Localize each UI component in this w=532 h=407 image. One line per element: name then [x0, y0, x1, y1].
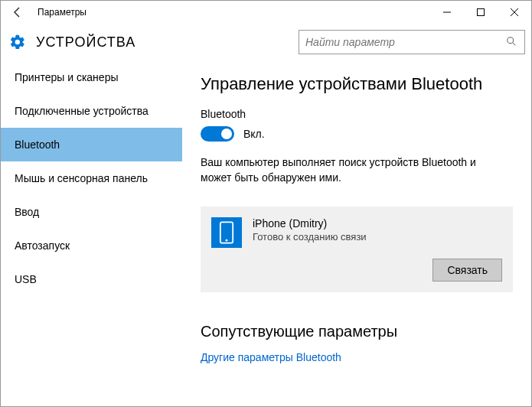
- main-panel: Управление устройствами Bluetooth Blueto…: [182, 60, 531, 406]
- toggle-group-label: Bluetooth: [201, 108, 513, 120]
- bluetooth-toggle[interactable]: [201, 126, 234, 142]
- svg-point-4: [508, 37, 514, 44]
- sidebar-item-6[interactable]: USB: [1, 262, 182, 296]
- sidebar-item-3[interactable]: Мышь и сенсорная панель: [1, 161, 182, 195]
- close-button[interactable]: [498, 1, 531, 24]
- back-button[interactable]: [1, 1, 34, 24]
- phone-icon: [211, 217, 242, 248]
- device-name: iPhone (Dmitry): [253, 217, 367, 230]
- sidebar-item-5[interactable]: Автозапуск: [1, 229, 182, 262]
- minimize-button[interactable]: [430, 1, 464, 24]
- page-title: УСТРОЙСТВА: [36, 34, 135, 50]
- gear-icon: [8, 33, 27, 51]
- sidebar-item-0[interactable]: Принтеры и сканеры: [1, 60, 182, 94]
- titlebar: Параметры: [1, 1, 531, 24]
- svg-rect-1: [478, 9, 485, 16]
- section-title: Управление устройствами Bluetooth: [201, 74, 513, 94]
- sidebar-item-4[interactable]: Ввод: [1, 195, 182, 229]
- window-title: Параметры: [34, 7, 86, 18]
- sidebar: Принтеры и сканерыПодключенные устройств…: [1, 60, 182, 406]
- toggle-state-label: Вкл.: [243, 128, 265, 140]
- connect-button[interactable]: Связать: [432, 259, 502, 282]
- svg-point-7: [226, 239, 228, 242]
- sidebar-item-1[interactable]: Подключенные устройства: [1, 94, 182, 128]
- svg-line-5: [513, 43, 516, 46]
- device-status: Готово к созданию связи: [253, 231, 367, 243]
- maximize-button[interactable]: [464, 1, 498, 24]
- search-input[interactable]: [305, 36, 506, 48]
- related-link-bluetooth[interactable]: Другие параметры Bluetooth: [201, 351, 513, 363]
- header: УСТРОЙСТВА: [1, 24, 531, 60]
- device-card[interactable]: iPhone (Dmitry) Готово к созданию связи …: [201, 207, 513, 292]
- related-section-title: Сопутствующие параметры: [201, 323, 513, 340]
- search-icon: [506, 36, 518, 48]
- search-box[interactable]: [299, 30, 525, 54]
- bluetooth-description: Ваш компьютер выполняет поиск устройств …: [201, 155, 499, 185]
- sidebar-item-2[interactable]: Bluetooth: [1, 128, 182, 161]
